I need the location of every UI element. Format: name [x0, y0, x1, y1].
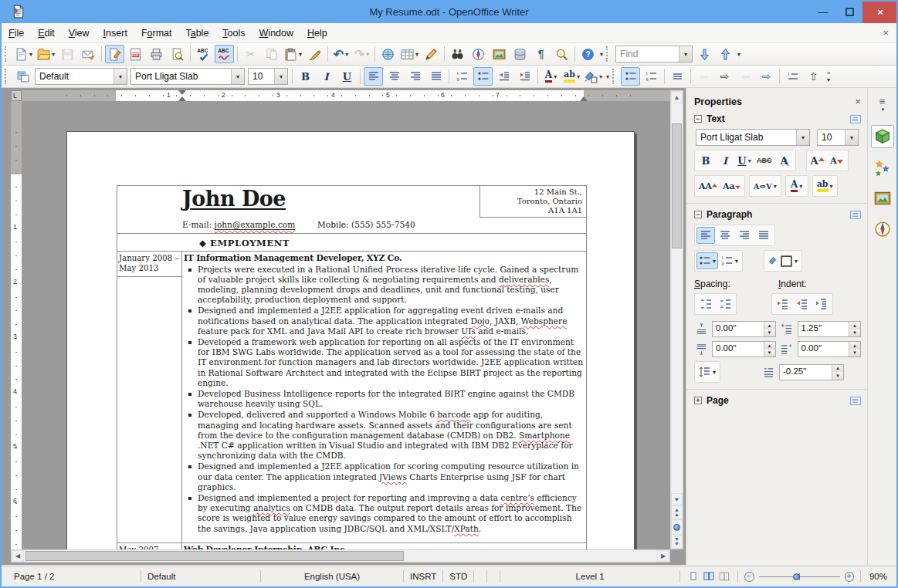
- dropdown-arrow-icon[interactable]: ▾: [52, 51, 55, 58]
- job-bullet[interactable]: Developed Business Intelligence reports …: [183, 389, 585, 409]
- font-color-button[interactable]: A▾: [541, 67, 561, 86]
- job-body[interactable]: Web Developer Internship, ABC Inc.Create…: [182, 543, 586, 549]
- scroll-right-icon[interactable]: ▶: [657, 550, 669, 562]
- job-body[interactable]: IT Information Management Developer, XYZ…: [182, 252, 586, 542]
- demote-level-button[interactable]: ⇨: [715, 67, 734, 86]
- find-replace-button[interactable]: [448, 45, 467, 63]
- scroll-left-icon[interactable]: ◀: [12, 550, 24, 562]
- decrease-indent-button[interactable]: [494, 67, 513, 86]
- styles-dialog-button[interactable]: [13, 67, 32, 86]
- vscroll-track[interactable]: [671, 103, 683, 493]
- job-bullet[interactable]: Developed, delivered and supported a Win…: [183, 410, 585, 461]
- minimize-button[interactable]: —: [810, 0, 836, 23]
- vertical-scrollbar[interactable]: ▲ ▼ ▲▲ ▼▼: [670, 90, 683, 549]
- email-button[interactable]: [79, 45, 98, 63]
- draw-functions-button[interactable]: [422, 45, 441, 63]
- numbering-on-off-button[interactable]: III: [642, 67, 661, 86]
- text-section-header[interactable]: − Text: [694, 113, 861, 124]
- dropdown-arrow-icon[interactable]: ▾: [554, 73, 557, 80]
- tab-stop-selector[interactable]: L: [11, 90, 22, 101]
- bold-button[interactable]: B: [296, 67, 315, 86]
- sidebar-bold-button[interactable]: B: [696, 152, 715, 169]
- save-button[interactable]: [58, 45, 77, 63]
- spin-down-icon[interactable]: ▼: [832, 372, 843, 380]
- bullets-toolbar-grip[interactable]: [612, 69, 618, 84]
- font-size-combo[interactable]: 10 ▾: [248, 68, 288, 85]
- no-list-button[interactable]: [668, 67, 687, 86]
- toolbar-overflow-button[interactable]: ▾: [600, 51, 603, 58]
- demote-subpoints-button[interactable]: ⇨: [757, 67, 776, 86]
- underline-button[interactable]: U: [337, 67, 357, 86]
- line-spacing-button[interactable]: ▾: [696, 363, 718, 380]
- spin-down-icon[interactable]: ▼: [764, 329, 775, 337]
- sidebar-bullets-button[interactable]: ▾: [696, 252, 718, 269]
- zoom-out-button[interactable]: −: [744, 572, 754, 582]
- spin-down-icon[interactable]: ▼: [764, 350, 775, 357]
- first-line-indent-marker[interactable]: [178, 90, 186, 95]
- new-document-button[interactable]: ▾: [13, 45, 34, 63]
- sidebar-align-center-button[interactable]: [716, 227, 734, 244]
- find-next-button[interactable]: [695, 45, 714, 63]
- menu-table[interactable]: Table: [178, 25, 215, 42]
- previous-page-button[interactable]: ▲▲: [671, 505, 683, 519]
- export-pdf-button[interactable]: PDF: [126, 45, 145, 63]
- document-page[interactable]: John Doe 12 Main St., Toronto, Ontario A…: [66, 131, 635, 549]
- employment-heading[interactable]: ◆ EMPLOYMENT: [117, 234, 586, 252]
- navigation-button[interactable]: [671, 519, 683, 535]
- menu-insert[interactable]: Insert: [97, 25, 134, 42]
- switch-indent-button[interactable]: [812, 296, 831, 313]
- numbered-list-button[interactable]: III: [452, 67, 472, 86]
- page-preview-button[interactable]: [168, 45, 187, 63]
- insert-mode-status[interactable]: INSRT: [404, 566, 442, 586]
- first-line-indent-field[interactable]: -0.25" ▲▼: [779, 364, 844, 380]
- spin-up-icon[interactable]: ▲: [764, 342, 775, 350]
- sidebar-align-justified-button[interactable]: [754, 227, 773, 244]
- signature-status[interactable]: [487, 566, 500, 586]
- copy-button[interactable]: [262, 45, 281, 63]
- zoom-percent[interactable]: 90%: [861, 566, 896, 586]
- menu-tools[interactable]: Tools: [215, 25, 252, 42]
- chevron-down-icon[interactable]: ▾: [679, 46, 692, 62]
- find-previous-button[interactable]: [716, 45, 735, 63]
- promote-subpoints-button[interactable]: ⇦: [736, 67, 755, 86]
- dropdown-arrow-icon[interactable]: ▾: [577, 73, 580, 80]
- zoom-button[interactable]: [552, 45, 571, 63]
- align-center-button[interactable]: [385, 67, 404, 86]
- spacing-below-field[interactable]: 0.00" ▲▼: [712, 341, 776, 357]
- job-bullet[interactable]: Designed and implemented a J2EE applicat…: [183, 306, 585, 336]
- spin-down-icon[interactable]: ▼: [849, 350, 860, 357]
- horizontal-ruler[interactable]: 1234567: [22, 90, 670, 101]
- job-dates[interactable]: January 2008 –May 2013: [117, 252, 182, 542]
- outline-level-status[interactable]: Level 1: [500, 566, 679, 586]
- chevron-down-icon[interactable]: ▾: [114, 69, 127, 84]
- toolbar-grip[interactable]: [5, 46, 10, 62]
- selection-mode-status[interactable]: STD: [443, 566, 473, 586]
- paste-button[interactable]: ▾: [283, 45, 303, 63]
- maximize-button[interactable]: [836, 0, 862, 23]
- uppercase-button[interactable]: AA: [696, 177, 720, 194]
- resume-contact-row[interactable]: E-mail: john@example.com Mobile: (555) 5…: [117, 218, 586, 234]
- tab-properties[interactable]: [871, 125, 894, 148]
- job-bullet[interactable]: Designed and implemented a J2EE applicat…: [183, 461, 585, 492]
- spacing-above-field[interactable]: 0.00" ▲▼: [712, 321, 776, 337]
- navigator-button[interactable]: [469, 45, 488, 63]
- sidebar-numbering-button[interactable]: III▾: [719, 252, 740, 269]
- sidebar-shadow-button[interactable]: A: [775, 152, 794, 169]
- lowercase-button[interactable]: Aa: [720, 177, 743, 194]
- spellcheck-button[interactable]: ABC: [194, 45, 213, 63]
- dropdown-arrow-icon[interactable]: ▾: [599, 73, 602, 80]
- job-bullet[interactable]: Projects were executed in a Rational Uni…: [183, 265, 585, 306]
- horizontal-scrollbar[interactable]: ◀ ▶: [11, 549, 670, 563]
- paragraph-background-button[interactable]: ▾: [766, 252, 800, 269]
- paragraph-section-header[interactable]: − Paragraph: [694, 209, 861, 220]
- resume-address[interactable]: 12 Main St., Toronto, Ontario A1A 1A1: [479, 186, 586, 218]
- menu-window[interactable]: Window: [252, 25, 300, 42]
- sidebar-underline-button[interactable]: U▾: [735, 152, 754, 169]
- sidebar-font-color-button[interactable]: A▾: [788, 177, 806, 194]
- help-button[interactable]: ?: [578, 45, 598, 63]
- gallery-button[interactable]: [490, 45, 509, 63]
- text-dialog-launcher-icon[interactable]: [850, 115, 861, 123]
- open-button[interactable]: ▾: [36, 45, 56, 63]
- job-dates[interactable]: May 2007 –August 2007: [117, 543, 182, 549]
- vertical-ruler[interactable]: 123456: [11, 101, 22, 549]
